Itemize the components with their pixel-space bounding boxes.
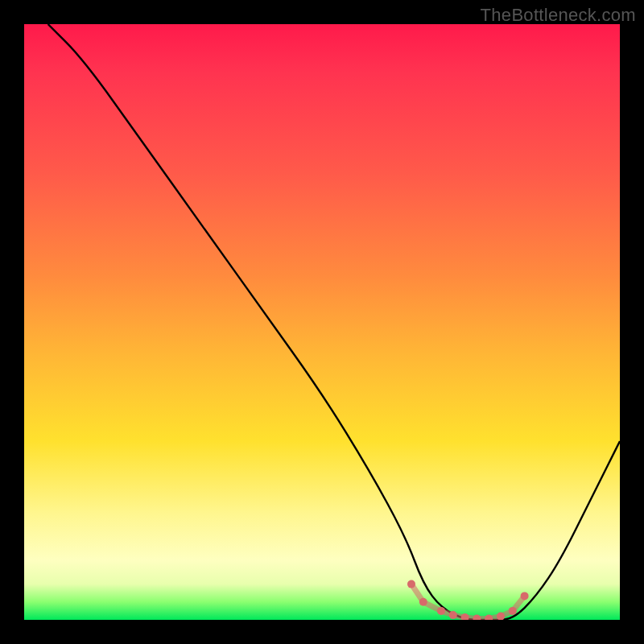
curve-layer <box>24 24 620 620</box>
trough-dot <box>407 580 415 588</box>
trough-dot <box>437 607 445 615</box>
chart-frame: TheBottleneck.com <box>0 0 644 644</box>
trough-dot <box>521 592 529 600</box>
watermark-text: TheBottleneck.com <box>481 5 636 26</box>
bottleneck-curve <box>48 24 620 620</box>
trough-dot <box>419 598 427 606</box>
plot-area <box>24 24 620 620</box>
trough-dot <box>473 615 481 621</box>
trough-dot <box>449 611 457 619</box>
trough-dot <box>509 607 517 615</box>
